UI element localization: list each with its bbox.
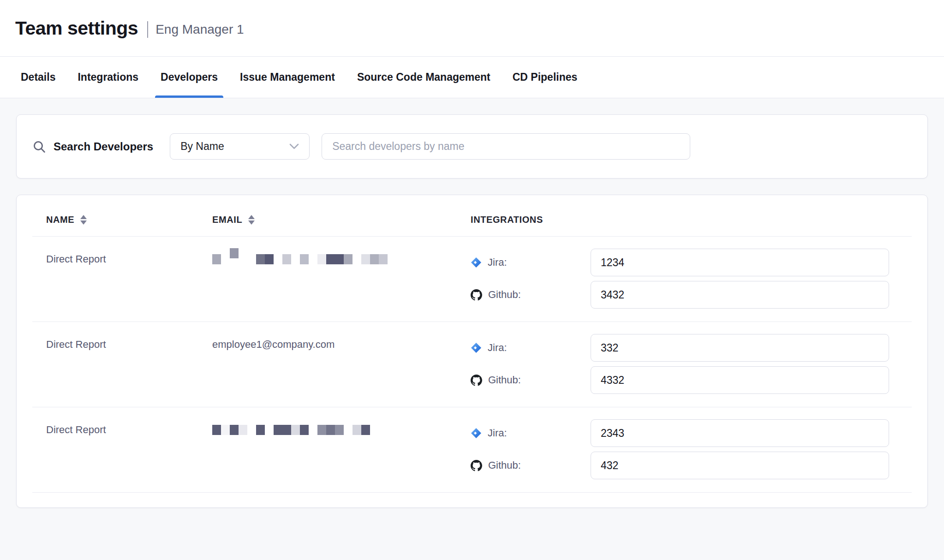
search-input[interactable] xyxy=(322,133,690,160)
developer-email-redacted xyxy=(198,249,457,309)
tab-details[interactable]: Details xyxy=(21,57,55,98)
chevron-down-icon xyxy=(289,143,299,149)
table-row: Direct Report Jira: xyxy=(32,407,912,492)
content-area: Search Developers By Name NAME EMAIL INT… xyxy=(0,98,944,508)
tab-source-code-management[interactable]: Source Code Management xyxy=(357,57,490,98)
github-label: Github: xyxy=(488,459,521,471)
jira-label: Jira: xyxy=(488,342,507,354)
table-row: Direct Report Jira: xyxy=(32,236,912,322)
jira-icon xyxy=(471,428,482,439)
developer-name: Direct Report xyxy=(32,249,198,309)
redacted-email-blocks xyxy=(212,253,457,269)
column-header-integrations: INTEGRATIONS xyxy=(457,214,912,225)
github-id-input[interactable] xyxy=(591,281,889,309)
github-label: Github: xyxy=(488,374,521,386)
jira-label: Jira: xyxy=(488,427,507,439)
page-title: Team settings xyxy=(15,18,138,39)
redacted-email-blocks xyxy=(212,424,457,440)
developer-name: Direct Report xyxy=(32,419,198,479)
tab-issue-management[interactable]: Issue Management xyxy=(240,57,335,98)
table-row: Direct Report employee1@company.com Jira… xyxy=(32,322,912,407)
column-header-email[interactable]: EMAIL xyxy=(198,214,457,225)
github-icon xyxy=(471,289,482,301)
column-header-name[interactable]: NAME xyxy=(32,214,198,225)
page-header: Team settings Eng Manager 1 xyxy=(0,0,944,57)
team-name-subtitle: Eng Manager 1 xyxy=(155,22,244,37)
jira-icon xyxy=(471,257,482,268)
github-id-input[interactable] xyxy=(591,366,889,394)
integrations-cell: Jira: Github: xyxy=(457,419,912,479)
table-header-row: NAME EMAIL INTEGRATIONS xyxy=(32,195,912,236)
search-icon xyxy=(32,140,46,154)
jira-id-input[interactable] xyxy=(591,249,889,276)
tab-bar: Details Integrations Developers Issue Ma… xyxy=(0,57,944,98)
developer-email-redacted xyxy=(198,419,457,479)
integrations-cell: Jira: Github: xyxy=(457,249,912,309)
search-panel: Search Developers By Name xyxy=(16,114,928,179)
jira-id-input[interactable] xyxy=(591,334,889,362)
jira-label: Jira: xyxy=(488,256,507,268)
active-tab-indicator xyxy=(155,95,223,98)
sort-icon[interactable] xyxy=(80,215,87,225)
github-icon xyxy=(471,375,482,386)
integrations-cell: Jira: Github: xyxy=(457,334,912,394)
sort-icon[interactable] xyxy=(248,215,255,225)
tab-developers[interactable]: Developers xyxy=(161,57,218,98)
tab-integrations[interactable]: Integrations xyxy=(78,57,138,98)
github-icon xyxy=(471,460,482,471)
github-id-input[interactable] xyxy=(591,452,889,479)
title-divider xyxy=(147,21,148,38)
developer-name: Direct Report xyxy=(32,334,198,394)
jira-icon xyxy=(471,342,482,353)
tab-cd-pipelines[interactable]: CD Pipelines xyxy=(513,57,578,98)
developers-table: NAME EMAIL INTEGRATIONS Direct Report xyxy=(16,195,928,508)
developer-email: employee1@company.com xyxy=(198,334,457,394)
jira-id-input[interactable] xyxy=(591,419,889,447)
table-bottom-divider xyxy=(32,492,912,493)
github-label: Github: xyxy=(488,289,521,301)
search-section-label: Search Developers xyxy=(54,140,153,153)
search-filter-select[interactable]: By Name xyxy=(170,133,310,160)
search-filter-value: By Name xyxy=(180,140,224,153)
